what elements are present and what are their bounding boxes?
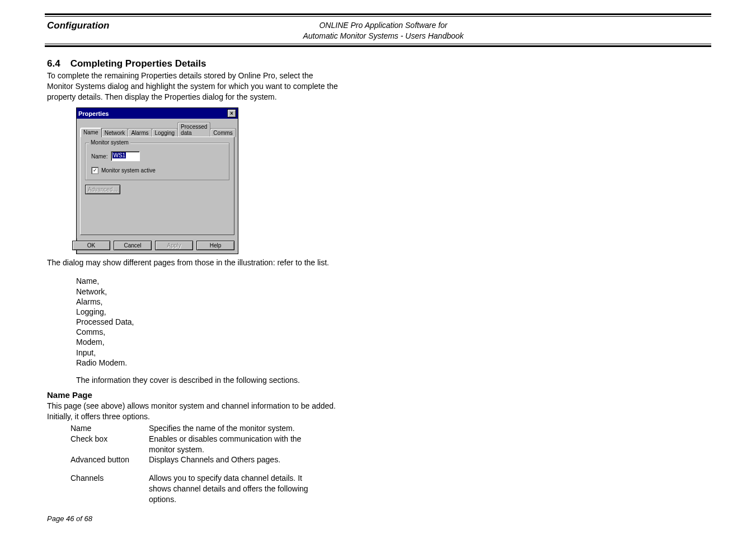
- dialog-button-row: OK Cancel Apply Help: [77, 238, 238, 254]
- tab-network[interactable]: Network: [101, 128, 129, 137]
- close-icon[interactable]: ×: [227, 109, 236, 118]
- option-desc: Enables or disables communication with t…: [149, 434, 311, 455]
- page-names-list: Name, Network, Alarms, Logging, Processe…: [76, 276, 338, 368]
- name-page-intro: This page (see above) allows monitor sys…: [47, 401, 338, 422]
- after-dialog-note: The dialog may show different pages from…: [47, 257, 338, 268]
- dialog-tabs: Name Network Alarms Logging Processed da…: [80, 122, 234, 137]
- tab-comms[interactable]: Comms: [210, 128, 236, 137]
- header-section-name: Configuration: [45, 20, 179, 31]
- name-page-options: Name Specifies the name of the monitor s…: [71, 423, 338, 505]
- running-header: Configuration ONLINE Pro Application Sof…: [45, 17, 711, 44]
- header-line-2: Automatic Monitor Systems - Users Handbo…: [303, 31, 463, 40]
- help-button[interactable]: Help: [196, 241, 234, 250]
- list-item: Logging,: [76, 307, 338, 317]
- list-item: Radio Modem.: [76, 358, 338, 368]
- option-term: Check box: [71, 434, 149, 455]
- section-number: 6.4: [47, 58, 60, 69]
- properties-dialog: Properties × Name Network Alarms Logging…: [76, 107, 238, 254]
- rule-top-thick: [45, 13, 711, 15]
- list-item: Input,: [76, 348, 338, 358]
- list-item: Network,: [76, 287, 338, 297]
- section-intro: To complete the remaining Properties det…: [47, 71, 338, 102]
- apply-button[interactable]: Apply: [155, 241, 193, 250]
- name-input-value: WS1: [112, 152, 126, 158]
- option-term: Advanced button: [71, 455, 149, 465]
- advanced-button[interactable]: Advanced...: [85, 185, 120, 194]
- option-term: Channels: [71, 473, 149, 505]
- monitor-active-checkbox[interactable]: ✓: [91, 167, 98, 174]
- dialog-titlebar[interactable]: Properties ×: [77, 108, 238, 119]
- tab-name[interactable]: Name: [80, 128, 102, 137]
- option-desc: Allows you to specify data channel detai…: [149, 473, 311, 505]
- dialog-panel: Monitor system Name: WS1 ✓ Monitor syste…: [80, 137, 234, 235]
- list-item: Processed Data,: [76, 317, 338, 327]
- header-line-1: ONLINE Pro Application Software for: [319, 21, 447, 30]
- ok-button[interactable]: OK: [72, 241, 110, 250]
- option-desc: Displays Channels and Others pages.: [149, 455, 311, 465]
- option-desc: Specifies the name of the monitor system…: [149, 423, 311, 434]
- option-term: Name: [71, 423, 149, 434]
- header-book-title: ONLINE Pro Application Software for Auto…: [179, 20, 711, 41]
- tab-processed-data[interactable]: Processed data: [177, 122, 210, 137]
- page-list-after: The information they cover is described …: [76, 376, 338, 385]
- rule-under-header-thin: [45, 44, 711, 44]
- list-item: Alarms,: [76, 297, 338, 307]
- group-legend: Monitor system: [89, 139, 130, 146]
- tab-logging[interactable]: Logging: [152, 128, 179, 137]
- monitor-system-group: Monitor system Name: WS1 ✓ Monitor syste…: [85, 143, 229, 180]
- dialog-title-text: Properties: [78, 110, 109, 117]
- page-number: Page 46 of 68: [47, 514, 92, 523]
- cancel-button[interactable]: Cancel: [114, 241, 152, 250]
- section-heading: 6.4Completing Properties Details: [47, 58, 338, 69]
- name-label: Name:: [91, 153, 107, 160]
- section-title: Completing Properties Details: [71, 58, 206, 69]
- tab-alarms[interactable]: Alarms: [128, 128, 152, 137]
- list-item: Modem,: [76, 337, 338, 347]
- name-page-heading: Name Page: [47, 390, 338, 400]
- name-input[interactable]: WS1: [111, 151, 140, 161]
- list-item: Comms,: [76, 327, 338, 337]
- monitor-active-label: Monitor system active: [101, 167, 156, 174]
- list-item: Name,: [76, 276, 338, 286]
